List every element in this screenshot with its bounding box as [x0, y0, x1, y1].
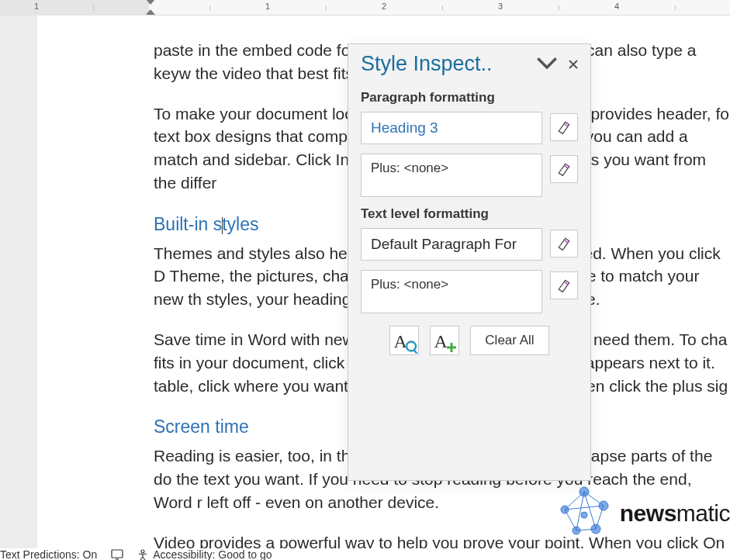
ruler-label: 4: [614, 2, 619, 11]
svg-text:A: A: [434, 331, 448, 351]
paragraph-style-field[interactable]: Heading 3: [361, 112, 542, 144]
accessibility-status[interactable]: Accessibility: Good to go: [137, 548, 272, 561]
display-settings-icon[interactable]: [111, 549, 123, 560]
svg-line-2: [413, 350, 417, 354]
character-style-field[interactable]: Default Paragraph For: [361, 228, 542, 261]
accessibility-icon: [137, 549, 148, 560]
paragraph-plus-field[interactable]: Plus: <none>: [361, 154, 542, 197]
reset-character-style-button[interactable]: [550, 230, 578, 258]
new-style-button[interactable]: A: [430, 326, 459, 355]
hanging-indent-marker[interactable]: [146, 9, 155, 15]
character-plus-field[interactable]: Plus: <none>: [361, 270, 542, 313]
reveal-formatting-button[interactable]: A: [389, 326, 419, 355]
ruler-label: 2: [382, 2, 386, 11]
style-inspector-pane: Style Inspect.. Paragraph formatting Hea…: [348, 43, 591, 481]
ruler-margin-left: [0, 0, 149, 16]
reset-paragraph-style-button[interactable]: [550, 113, 578, 141]
status-bar: Text Predictions: On Accessibility: Good…: [0, 548, 730, 560]
ruler-label: 1: [34, 2, 39, 11]
heading-text-part: Built-in s: [154, 214, 222, 234]
character-plus-value: Plus: <none>: [371, 277, 448, 292]
ruler-label: 1: [265, 2, 270, 11]
clear-paragraph-formatting-button[interactable]: [550, 155, 578, 183]
ruler-label: 3: [498, 2, 503, 11]
pane-title: Style Inspect..: [361, 52, 531, 76]
clear-character-formatting-button[interactable]: [550, 271, 578, 299]
svg-text:A: A: [394, 331, 408, 351]
paragraph-style-value[interactable]: Heading 3: [371, 119, 438, 137]
pane-header: Style Inspect..: [348, 44, 590, 79]
paragraph-plus-value: Plus: <none>: [371, 161, 448, 176]
heading-text-part: tyles: [222, 214, 258, 234]
horizontal-ruler[interactable]: 1 1 2 3 4: [0, 0, 730, 16]
paragraph-formatting-label: Paragraph formatting: [361, 90, 578, 105]
svg-rect-18: [112, 550, 123, 558]
text-formatting-label: Text level formatting: [361, 206, 578, 222]
first-line-indent-marker[interactable]: [146, 0, 155, 5]
svg-point-20: [141, 550, 144, 553]
pane-close-button[interactable]: [562, 54, 584, 75]
clear-all-button[interactable]: Clear All: [470, 326, 548, 355]
character-style-value: Default Paragraph For: [371, 236, 517, 253]
pane-options-button[interactable]: [536, 54, 558, 75]
text-predictions-status[interactable]: Text Predictions: On: [0, 548, 97, 561]
